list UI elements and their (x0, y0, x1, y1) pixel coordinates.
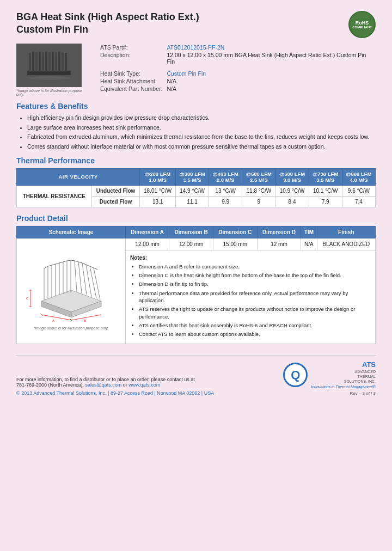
svg-line-25 (75, 261, 77, 292)
ducted-700: 7.9 (309, 196, 342, 207)
svg-text:A: A (52, 319, 54, 322)
ats-tagline: Innovations in Thermal Management® (311, 385, 376, 389)
col-700lfm: @700 LFM3.5 M/S (309, 168, 342, 185)
unducted-200: 18.01 °C/W (140, 185, 176, 196)
header-section: BGA Heat Sink (High Aspect Ratio Ext.) C… (16, 11, 376, 38)
ats-q: Q (291, 368, 300, 382)
svg-rect-11 (62, 52, 64, 71)
equivalent-part-label: Equivalent Part Number: (98, 85, 164, 93)
rohs-badge: RoHS COMPLIANT (348, 11, 376, 38)
rohs-text: RoHS (356, 20, 369, 26)
page-number: Rev – 3 of / 3 (283, 391, 376, 396)
feature-item-2: Large surface area increases heat sink p… (27, 124, 376, 132)
ats-full2: THERMAL (311, 374, 376, 379)
ducted-500: 9 (242, 196, 275, 207)
heat-sink-type-value: Custom Pin Fin (164, 70, 376, 77)
product-detail-table: Schematic Image Dimension A Dimension B … (16, 226, 376, 345)
product-image (16, 44, 82, 87)
svg-rect-3 (35, 52, 38, 71)
dim-b-header: Dimension B (169, 226, 213, 238)
unducted-300: 14.9 °C/W (175, 185, 209, 196)
note-4: Thermal performance data are provided fo… (139, 290, 371, 304)
product-detail-title: Product Detail (16, 214, 376, 223)
svg-rect-2 (32, 52, 34, 71)
svg-line-30 (94, 268, 100, 300)
heat-sink-attachment-value: N/A (164, 77, 376, 85)
tim-value: N/A (301, 238, 317, 250)
ducted-400: 9.9 (209, 196, 242, 207)
svg-point-13 (27, 76, 71, 80)
tim-header: TIM (301, 226, 317, 238)
svg-rect-4 (39, 52, 41, 71)
header-title: BGA Heat Sink (High Aspect Ratio Ext.) C… (16, 11, 199, 36)
heat-sink-attachment-label: Heat Sink Attachment: (98, 77, 164, 85)
unducted-500: 11.8 °C/W (242, 185, 275, 196)
schematic-image-caption: *Image above is for illustration purpose… (20, 326, 122, 330)
schematic-svg: C A B (25, 252, 118, 323)
svg-text:C: C (26, 297, 29, 300)
ats-text-block: ATS ADVANCED THERMAL SOLUTIONS, INC. Inn… (311, 361, 376, 389)
col-400lfm: @400 LFM2.0 M/S (209, 168, 242, 185)
product-details-table: ATS Part#: ATS012012015-PF-2N Descriptio… (98, 44, 376, 96)
dim-a-header: Dimension A (126, 226, 169, 238)
unducted-400: 13 °C/W (209, 185, 242, 196)
note-6: ATS certifies that this heat sink assemb… (139, 322, 371, 329)
heat-sink-type-label: Heat Sink Type: (98, 70, 164, 77)
svg-rect-5 (42, 52, 44, 71)
dim-d-value: 12 mm (257, 238, 301, 250)
dim-b-value: 12.00 mm (169, 238, 213, 250)
rohs-compliant: COMPLIANT (352, 26, 372, 29)
notes-list: Dimension A and B refer to component siz… (130, 263, 371, 338)
finish-header: Finish (317, 226, 375, 238)
note-2: Dimension C is the heat sink height from… (139, 272, 371, 279)
footer-copyright: © 2013 Advanced Thermal Solutions, Inc. … (16, 390, 214, 396)
ats-part-value: ATS012012015-PF-2N (164, 44, 376, 51)
features-title: Features & Benefits (16, 102, 376, 111)
feature-item-3: Fabricated from extruded aluminum, which… (27, 133, 376, 141)
notes-cell: Notes: Dimension A and B refer to compon… (126, 250, 376, 344)
unducted-flow-label: Unducted Flow (91, 185, 140, 196)
ducted-600: 8.4 (275, 196, 309, 207)
title-line2: Custom Pin Fin (16, 24, 88, 35)
col-600lfm: @600 LFM3.0 M/S (275, 168, 309, 185)
description-value: 12.00 x 12.00 x 15.00 mm BGA Heat Sink (… (164, 51, 376, 65)
product-info-section: *Image above is for illustration purpose… (16, 44, 376, 96)
ats-logo: Q ATS ADVANCED THERMAL SOLUTIONS, INC. I… (283, 361, 376, 389)
footer-website[interactable]: www.qats.com (128, 382, 160, 388)
dim-c-header: Dimension C (213, 226, 257, 238)
footer-section: For more information, to find a distribu… (16, 355, 376, 396)
unducted-800: 9.6 °C/W (342, 185, 375, 196)
feature-item-4: Comes standard without interface materia… (27, 143, 376, 151)
product-image-caption: *Image above is for illustration purpose… (16, 89, 87, 96)
svg-text:B: B (84, 319, 86, 322)
svg-rect-7 (48, 52, 51, 71)
ats-q-logo: Q (283, 363, 308, 387)
schematic-header: Schematic Image (17, 226, 126, 238)
footer-contact: For more information, to find a distribu… (16, 377, 214, 388)
col-500lfm: @500 LFM2.5 M/S (242, 168, 275, 185)
notes-title: Notes: (130, 255, 371, 261)
svg-line-26 (78, 262, 82, 293)
equivalent-part-value: N/A (164, 85, 376, 93)
svg-rect-6 (45, 52, 47, 71)
note-7: Contact ATS to learn about custom option… (139, 330, 371, 338)
ducted-flow-label: Ducted Flow (91, 196, 140, 207)
note-3: Dimension D is fin tip to fin tip. (139, 280, 371, 287)
description-label: Description: (98, 51, 164, 65)
ducted-300: 11.1 (175, 196, 209, 207)
dim-c-value: 15.00 mm (213, 238, 257, 250)
page: BGA Heat Sink (High Aspect Ratio Ext.) C… (0, 0, 392, 551)
unducted-700: 10.1 °C/W (309, 185, 342, 196)
title-line1: BGA Heat Sink (High Aspect Ratio Ext.) (16, 11, 199, 22)
schematic-image-cell: C A B *Image above is for illustration p… (17, 238, 126, 344)
thermal-performance-table: AIR VELOCITY @200 LFM1.0 M/S @300 LFM1.5… (16, 168, 376, 207)
footer-contact-text: For more information, to find a distribu… (16, 377, 195, 382)
svg-rect-10 (58, 52, 60, 71)
air-velocity-header: AIR VELOCITY (17, 168, 140, 185)
dim-d-header: Dimension D (257, 226, 301, 238)
finish-value: BLACK ANODIZED (317, 238, 375, 250)
thermal-performance-title: Thermal Performance (16, 156, 376, 165)
footer-email[interactable]: sales@qats.com (85, 382, 122, 388)
ats-part-label: ATS Part#: (98, 44, 164, 51)
product-image-box: *Image above is for illustration purpose… (16, 44, 87, 96)
